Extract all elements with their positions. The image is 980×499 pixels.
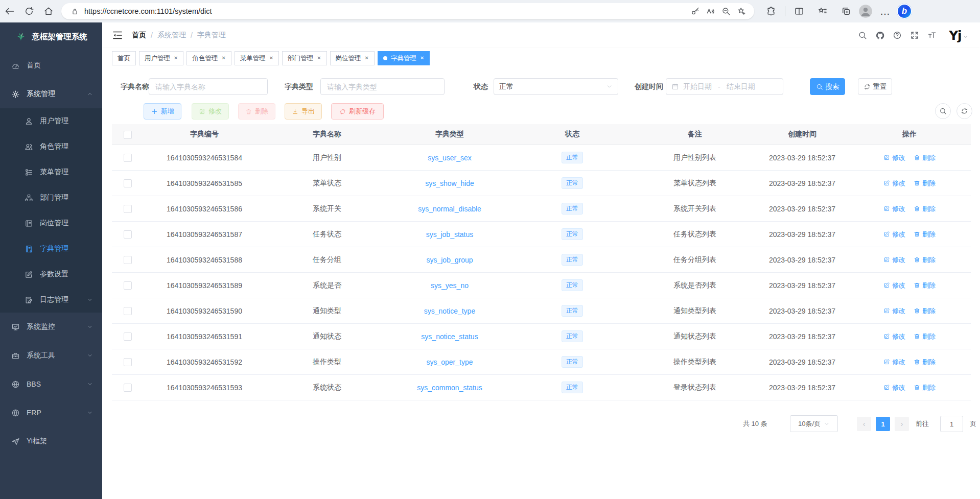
browser-home-button[interactable]	[39, 2, 58, 20]
sidebar-item-dict-mgmt[interactable]: 字典管理	[0, 236, 102, 262]
font-size-icon[interactable]	[923, 22, 941, 48]
read-aloud-icon[interactable]	[703, 4, 718, 18]
sidebar-item-param-settings[interactable]: 参数设置	[0, 262, 102, 287]
row-delete-link[interactable]: 删除	[914, 153, 936, 162]
sidebar-item-system-mgmt[interactable]: 系统管理	[0, 80, 102, 108]
sidebar-item-yi-framework[interactable]: Yi框架	[0, 427, 102, 456]
current-page-button[interactable]: 1	[876, 417, 890, 431]
row-checkbox[interactable]	[124, 332, 132, 341]
add-favorite-icon[interactable]	[734, 4, 749, 18]
browser-refresh-button[interactable]	[19, 2, 39, 20]
user-logo[interactable]: Yj	[949, 28, 961, 43]
sidebar-item-role-mgmt[interactable]: 角色管理	[0, 134, 102, 159]
reset-button[interactable]: 重置	[858, 78, 892, 95]
refresh-table-button[interactable]	[956, 103, 972, 119]
tab-close-icon[interactable]: ✕	[174, 56, 178, 61]
select-all-checkbox[interactable]	[124, 131, 132, 139]
help-icon[interactable]	[889, 22, 906, 48]
prev-page-button[interactable]: ‹	[857, 417, 871, 431]
row-edit-link[interactable]: 修改	[883, 383, 905, 392]
row-checkbox[interactable]	[124, 384, 132, 392]
next-page-button[interactable]: ›	[895, 417, 909, 431]
row-checkbox[interactable]	[124, 205, 132, 213]
zoom-out-icon[interactable]	[718, 4, 734, 18]
browser-back-button[interactable]	[0, 2, 19, 20]
dict-type-link[interactable]: sys_user_sex	[428, 154, 472, 162]
favorites-icon[interactable]	[813, 2, 832, 20]
row-edit-link[interactable]: 修改	[883, 230, 905, 239]
sidebar-item-bbs[interactable]: BBS	[0, 370, 102, 398]
row-checkbox[interactable]	[124, 179, 132, 187]
breadcrumb-home[interactable]: 首页	[132, 31, 146, 40]
row-delete-link[interactable]: 删除	[914, 383, 936, 392]
dict-name-input[interactable]	[149, 78, 268, 95]
page-size-select[interactable]: 10条/页	[790, 415, 838, 432]
dict-type-link[interactable]: sys_normal_disable	[418, 205, 481, 213]
sidebar-item-post-mgmt[interactable]: 岗位管理	[0, 210, 102, 236]
edit-button[interactable]: 修改	[192, 103, 229, 120]
add-button[interactable]: 新增	[144, 103, 181, 120]
sidebar-item-dept-mgmt[interactable]: 部门管理	[0, 185, 102, 210]
browser-menu-icon[interactable]: …	[875, 2, 895, 20]
tab-dict-mgmt[interactable]: 字典管理✕	[378, 51, 430, 65]
row-checkbox[interactable]	[124, 230, 132, 239]
sidebar-item-system-monitor[interactable]: 系统监控	[0, 313, 102, 341]
goto-page-input[interactable]	[940, 416, 963, 432]
tab-close-icon[interactable]: ✕	[317, 56, 321, 61]
tab-dept-mgmt[interactable]: 部门管理✕	[282, 51, 326, 65]
row-edit-link[interactable]: 修改	[883, 358, 905, 367]
url-text[interactable]: https://ccnetcore.com:1101/system/dict	[84, 7, 688, 15]
search-button[interactable]: 搜索	[810, 78, 845, 95]
row-delete-link[interactable]: 删除	[914, 332, 936, 341]
row-checkbox[interactable]	[124, 154, 132, 162]
dict-type-link[interactable]: sys_job_group	[426, 256, 473, 264]
address-bar[interactable]: https://ccnetcore.com:1101/system/dict	[61, 3, 754, 19]
password-key-icon[interactable]	[688, 4, 703, 18]
row-delete-link[interactable]: 删除	[914, 306, 936, 316]
export-button[interactable]: 导出	[285, 103, 322, 120]
row-edit-link[interactable]: 修改	[883, 179, 905, 188]
user-caret-icon[interactable]	[963, 34, 969, 40]
dict-type-link[interactable]: sys_job_status	[426, 230, 474, 239]
dict-type-link[interactable]: sys_oper_type	[426, 358, 473, 366]
row-delete-link[interactable]: 删除	[914, 230, 936, 239]
toggle-search-button[interactable]	[935, 103, 951, 119]
sidebar-item-menu-mgmt[interactable]: 菜单管理	[0, 159, 102, 185]
dict-type-input[interactable]	[320, 78, 445, 95]
breadcrumb-system[interactable]: 系统管理	[157, 31, 186, 40]
tab-role-mgmt[interactable]: 角色管理✕	[186, 51, 231, 65]
row-edit-link[interactable]: 修改	[883, 281, 905, 290]
row-edit-link[interactable]: 修改	[883, 306, 905, 316]
sidebar-item-user-mgmt[interactable]: 用户管理	[0, 108, 102, 134]
tab-menu-mgmt[interactable]: 菜单管理✕	[235, 51, 279, 65]
tab-close-icon[interactable]: ✕	[365, 56, 369, 61]
bing-copilot-icon[interactable]: b	[897, 4, 912, 19]
dict-type-link[interactable]: sys_show_hide	[425, 179, 474, 187]
tab-close-icon[interactable]: ✕	[420, 56, 424, 61]
delete-button[interactable]: 删除	[238, 103, 275, 120]
sidebar-item-home[interactable]: 首页	[0, 51, 102, 80]
tab-home[interactable]: 首页	[112, 51, 136, 65]
row-delete-link[interactable]: 删除	[914, 255, 936, 265]
sidebar-item-erp[interactable]: ERP	[0, 398, 102, 427]
github-icon[interactable]	[871, 22, 889, 48]
row-checkbox[interactable]	[124, 358, 132, 366]
fullscreen-icon[interactable]	[906, 22, 923, 48]
extensions-icon[interactable]	[761, 2, 781, 20]
row-delete-link[interactable]: 删除	[914, 358, 936, 367]
tab-post-mgmt[interactable]: 岗位管理✕	[330, 51, 375, 65]
dict-type-link[interactable]: sys_common_status	[417, 384, 482, 392]
tab-close-icon[interactable]: ✕	[221, 56, 225, 61]
row-edit-link[interactable]: 修改	[883, 204, 905, 213]
status-select[interactable]: 正常	[494, 78, 618, 95]
tab-close-icon[interactable]: ✕	[269, 56, 273, 61]
browser-profile-avatar[interactable]	[858, 4, 873, 18]
dict-type-link[interactable]: sys_yes_no	[431, 281, 469, 290]
row-edit-link[interactable]: 修改	[883, 153, 905, 162]
sidebar-toggle-icon[interactable]	[111, 29, 124, 41]
date-range-picker[interactable]: 开始日期 - 结束日期	[666, 78, 783, 95]
collections-icon[interactable]	[836, 2, 856, 20]
row-checkbox[interactable]	[124, 281, 132, 290]
header-search-icon[interactable]	[854, 22, 871, 48]
row-checkbox[interactable]	[124, 307, 132, 315]
